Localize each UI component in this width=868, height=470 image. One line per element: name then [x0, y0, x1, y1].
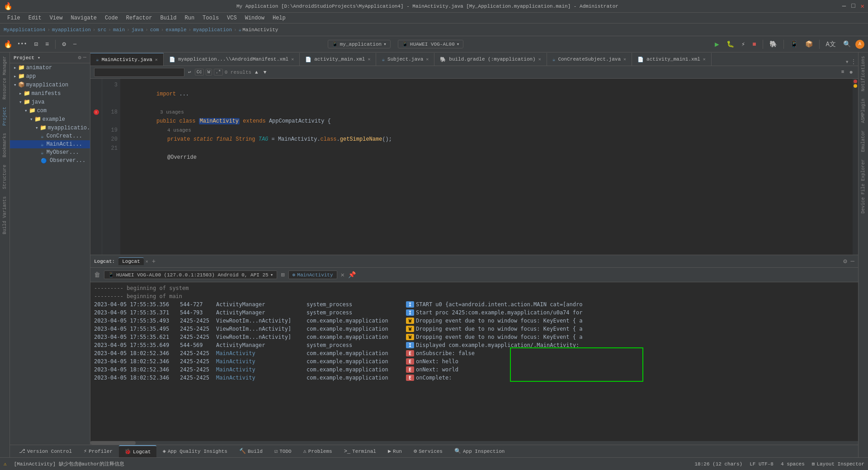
logcat-device-selector[interactable]: 📱 HUAWEI VOG-AL00 (127.0.0.1:21503) Andr…	[104, 271, 277, 279]
toolbar-sync[interactable]: ⊡	[32, 39, 41, 49]
avd-manager[interactable]: 📱	[788, 39, 801, 49]
code-editor[interactable]: ! 3 18 19 20 21 import ...	[90, 79, 858, 267]
project-close-icon[interactable]: —	[83, 54, 86, 61]
bottom-tab-services[interactable]: ⚙ Services	[408, 445, 448, 458]
code-content[interactable]: import ... 3 usages public class MainAct…	[120, 79, 853, 267]
tree-item-manifests[interactable]: ▸ 📁 manifests	[10, 89, 90, 98]
bottom-tab-app-quality[interactable]: ◈ App Quality Insights	[157, 445, 233, 458]
logcat-scrollbar[interactable]	[90, 441, 858, 445]
menu-tools[interactable]: Tools	[199, 14, 222, 22]
emulator-panel-tab[interactable]: Emulator	[860, 128, 867, 154]
asmplug-tab[interactable]: ASMPlugin	[860, 97, 867, 125]
tab-concreatesubject[interactable]: ☕ ConCreateSubject.java ✕	[547, 53, 632, 66]
avatar[interactable]: A	[855, 40, 864, 49]
tree-item-myobserver[interactable]: ☕ MyObser...	[10, 148, 90, 157]
bottom-tab-problems[interactable]: ⚠ Problems	[298, 445, 338, 458]
window-controls[interactable]: — □ ✕	[842, 2, 864, 10]
profile-button[interactable]: ⚡	[739, 39, 748, 49]
tab-mainactivity[interactable]: ☕ MainActivity.java ✕	[90, 53, 164, 66]
logcat-add-tab-icon[interactable]: +	[150, 258, 157, 265]
nav-com[interactable]: com	[150, 27, 159, 33]
tabs-more-icon[interactable]: ⋮	[851, 58, 856, 65]
bottom-tab-profiler[interactable]: ⚡ Profiler	[78, 445, 118, 458]
run-button[interactable]: ▶	[712, 38, 722, 50]
nav-myapplication[interactable]: myapplication	[52, 27, 91, 33]
tree-item-java[interactable]: ▾ 📁 java	[10, 98, 90, 106]
logcat-tab-logcat[interactable]: Logcat	[118, 257, 144, 265]
bottom-tab-build[interactable]: 🔨 Build	[234, 445, 268, 458]
logcat-close-filter-icon[interactable]: ✕	[341, 271, 344, 279]
tab-close-icon5[interactable]: ✕	[538, 57, 541, 62]
search-next-icon[interactable]: ▼	[262, 69, 269, 76]
scrollbar-thumb[interactable]	[90, 441, 136, 445]
logcat-pin-icon[interactable]: 📌	[348, 271, 356, 279]
menu-window[interactable]: Window	[241, 14, 268, 22]
status-encoding[interactable]: LF UTF-8	[750, 461, 774, 467]
tab-close-icon2[interactable]: ✕	[291, 57, 294, 62]
menu-vcs[interactable]: VCS	[223, 14, 241, 22]
tree-item-myapplicatio[interactable]: ▾ 📁 myapplicatio...	[10, 123, 90, 132]
notifications-tab[interactable]: Notifications	[860, 54, 867, 93]
project-tab[interactable]: Project	[1, 105, 8, 128]
search-prev-icon[interactable]: ▲	[253, 69, 260, 76]
tab-close-icon7[interactable]: ✕	[703, 57, 706, 62]
tree-item-mainactivity[interactable]: ☕ MainActi...	[10, 140, 90, 148]
search-options-icon[interactable]: ≡	[840, 68, 846, 76]
editor-scrollbar[interactable]	[853, 79, 858, 267]
nav-myapplication4[interactable]: MyApplication4	[4, 27, 45, 33]
tab-close-icon3[interactable]: ✕	[368, 57, 370, 62]
tree-item-myapplication[interactable]: ▾ 📦 myapplication	[10, 81, 90, 89]
status-position[interactable]: 18:26 (12 chars)	[695, 461, 743, 467]
tab-subject[interactable]: ☕ Subject.java ✕	[376, 53, 434, 66]
minimize-button[interactable]: —	[842, 2, 846, 10]
search-filter-icon[interactable]: ⊛	[848, 68, 854, 76]
logcat-clear-icon[interactable]: 🗑	[94, 271, 100, 279]
nav-main[interactable]: main	[113, 27, 125, 33]
layout-inspector-button[interactable]: ⊞ Layout Inspector	[812, 461, 864, 467]
toolbar-minimize-panel[interactable]: —	[71, 40, 79, 49]
menu-code[interactable]: Code	[101, 14, 122, 22]
sync-project-button[interactable]: 🐘	[767, 39, 780, 49]
nav-myapplication-pkg[interactable]: myapplication	[193, 27, 232, 33]
device-selector[interactable]: 📱 my_application ▾	[328, 40, 391, 48]
bottom-tab-version-control[interactable]: ⎇ Version Control	[14, 445, 77, 458]
close-button[interactable]: ✕	[861, 2, 864, 10]
bottom-tab-terminal[interactable]: >_ Terminal	[339, 445, 382, 458]
logcat-content[interactable]: --------- beginning of system --------- …	[90, 282, 858, 445]
logcat-minimize-icon[interactable]: —	[851, 257, 854, 265]
tree-item-observer[interactable]: 🔵 Observer...	[10, 157, 90, 165]
status-indent[interactable]: 4 spaces	[781, 461, 805, 467]
menu-refactor[interactable]: Refactor	[123, 14, 156, 22]
menu-help[interactable]: Help	[269, 14, 289, 22]
menu-edit[interactable]: Edit	[25, 14, 45, 22]
tree-item-app[interactable]: ▸ 📁 app	[10, 72, 90, 81]
maximize-button[interactable]: □	[851, 2, 855, 10]
search-cc-icon[interactable]: Cc	[195, 69, 204, 76]
nav-src[interactable]: src	[97, 27, 106, 33]
debug-button[interactable]: 🐛	[724, 39, 737, 49]
tabs-overflow-icon[interactable]: ▾	[845, 58, 849, 66]
toolbar-list[interactable]: ≡	[42, 39, 52, 49]
tree-item-example[interactable]: ▾ 📁 example	[10, 115, 90, 123]
toolbar-settings[interactable]: ⚙	[59, 39, 68, 49]
menu-file[interactable]: File	[4, 14, 24, 22]
nav-example[interactable]: example	[165, 27, 186, 33]
menu-navigate[interactable]: Navigate	[67, 14, 100, 22]
tab-androidmanifest[interactable]: 📄 myapplication...\\AndroidManifest.xml …	[164, 53, 300, 66]
bottom-tab-run[interactable]: ▶ Run	[382, 445, 407, 458]
tree-item-com[interactable]: ▾ 📁 com	[10, 106, 90, 115]
logcat-close-tab-icon[interactable]: ✕	[146, 259, 148, 264]
build-variants-tab[interactable]: Build Variants	[1, 195, 8, 236]
menu-build[interactable]: Build	[156, 14, 180, 22]
logcat-settings-icon[interactable]: ⚙	[843, 257, 847, 265]
menu-view[interactable]: View	[46, 14, 66, 22]
tab-close-icon[interactable]: ✕	[155, 57, 158, 62]
search-input[interactable]	[94, 68, 184, 77]
search-back-icon[interactable]: ↩	[186, 68, 193, 76]
bottom-tab-todo[interactable]: ☑ TODO	[269, 445, 297, 458]
project-settings-icon[interactable]: ⚙	[78, 54, 81, 61]
tab-activity-main[interactable]: 📄 activity_main.xml ✕	[300, 53, 376, 66]
emulator-selector[interactable]: 📱 HUAWEI VOG-AL00 ▾	[398, 40, 464, 48]
structure-tab[interactable]: Structure	[1, 163, 8, 191]
nav-mainactivity[interactable]: ☕MainActivity	[239, 27, 278, 33]
